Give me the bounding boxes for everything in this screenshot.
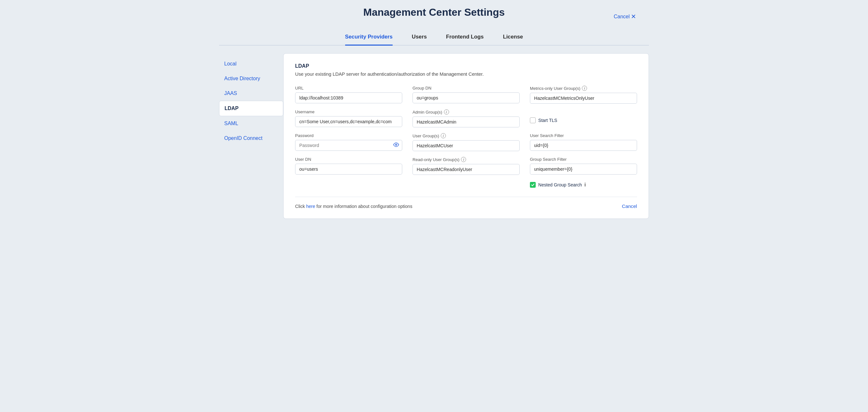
metrics-only-groups-help-icon[interactable]: i (582, 86, 587, 91)
start-tls-row: Start TLS (530, 117, 637, 123)
sidebar-item-local[interactable]: Local (219, 57, 283, 71)
content-panel: LDAP Use your existing LDAP server for a… (283, 53, 649, 219)
user-dn-label: User DN (295, 157, 402, 162)
sidebar-item-openid-connect[interactable]: OpenID Connect (219, 131, 283, 146)
user-search-filter-input[interactable] (530, 140, 637, 151)
field-metrics-only-groups: Metrics-only User Group(s) i (530, 86, 637, 104)
nested-group-search-checkbox[interactable] (530, 182, 536, 188)
field-readonly-user-groups: Read-only User Group(s) i (412, 157, 520, 175)
sidebar-item-jaas[interactable]: JAAS (219, 86, 283, 101)
tab-frontend-logs[interactable]: Frontend Logs (446, 30, 484, 46)
start-tls-checkbox[interactable] (530, 117, 536, 123)
url-input[interactable] (295, 92, 402, 103)
url-label: URL (295, 86, 402, 90)
field-url: URL (295, 86, 402, 104)
field-password: Password (295, 133, 402, 151)
cancel-top-button[interactable]: Cancel ✕ (614, 13, 636, 20)
user-search-filter-label: User Search Filter (530, 133, 637, 138)
sidebar: Local Active Directory JAAS LDAP SAML Op… (219, 53, 283, 146)
tabs-bar: Security Providers Users Frontend Logs L… (219, 30, 649, 46)
tab-security-providers[interactable]: Security Providers (345, 30, 393, 46)
panel-description: Use your existing LDAP server for authen… (295, 71, 637, 77)
tab-license[interactable]: License (503, 30, 523, 46)
footer-here-link[interactable]: here (306, 204, 315, 209)
user-dn-input[interactable] (295, 164, 402, 175)
close-icon: ✕ (631, 13, 636, 20)
readonly-user-groups-input[interactable] (412, 164, 520, 175)
empty-col2 (412, 181, 520, 188)
nested-group-search-label: Nested Group Search (538, 182, 582, 187)
user-groups-help-icon[interactable]: i (441, 133, 446, 138)
field-username: Username (295, 110, 402, 127)
svg-point-0 (396, 144, 397, 146)
cancel-bottom-button[interactable]: Cancel (622, 203, 637, 209)
password-input[interactable] (295, 140, 402, 151)
readonly-user-groups-label: Read-only User Group(s) i (412, 157, 520, 162)
user-groups-input[interactable] (412, 140, 520, 151)
group-dn-label: Group DN (412, 86, 520, 90)
admin-groups-help-icon[interactable]: i (444, 110, 449, 115)
admin-groups-label: Admin Group(s) i (412, 110, 520, 115)
password-label: Password (295, 133, 402, 138)
field-user-dn: User DN (295, 157, 402, 175)
start-tls-spacer (530, 110, 637, 114)
field-admin-groups: Admin Group(s) i (412, 110, 520, 127)
tab-users[interactable]: Users (412, 30, 427, 46)
user-groups-label: User Group(s) i (412, 133, 520, 138)
field-start-tls: Start TLS (530, 110, 637, 127)
field-group-search-filter: Group Search Filter (530, 157, 637, 175)
empty-col1 (295, 181, 402, 188)
nested-group-search-help-icon[interactable]: i (584, 182, 586, 188)
panel-footer: Click here for more information about co… (295, 203, 637, 209)
sidebar-item-saml[interactable]: SAML (219, 116, 283, 131)
nested-group-search-row: Nested Group Search i (530, 182, 637, 188)
metrics-only-groups-input[interactable] (530, 93, 637, 104)
group-dn-input[interactable] (412, 92, 520, 103)
divider (295, 197, 637, 197)
page-title: Management Center Settings (364, 6, 505, 18)
sidebar-item-active-directory[interactable]: Active Directory (219, 71, 283, 86)
form-grid: URL Group DN Metrics-only User Group(s) … (295, 86, 637, 188)
group-search-filter-input[interactable] (530, 164, 637, 175)
field-user-search-filter: User Search Filter (530, 133, 637, 151)
footer-text: Click here for more information about co… (295, 204, 412, 209)
cancel-top-label: Cancel (614, 14, 630, 20)
admin-groups-input[interactable] (412, 116, 520, 127)
group-search-filter-label: Group Search Filter (530, 157, 637, 162)
metrics-only-groups-label: Metrics-only User Group(s) i (530, 86, 637, 91)
field-user-groups: User Group(s) i (412, 133, 520, 151)
field-nested-group-search: Nested Group Search i (530, 181, 637, 188)
readonly-groups-help-icon[interactable]: i (461, 157, 466, 162)
username-input[interactable] (295, 116, 402, 127)
start-tls-label: Start TLS (538, 118, 557, 123)
eye-icon[interactable] (393, 142, 399, 149)
password-wrapper (295, 140, 402, 151)
panel-title: LDAP (295, 63, 637, 69)
sidebar-item-ldap[interactable]: LDAP (219, 101, 283, 116)
username-label: Username (295, 110, 402, 114)
field-group-dn: Group DN (412, 86, 520, 104)
